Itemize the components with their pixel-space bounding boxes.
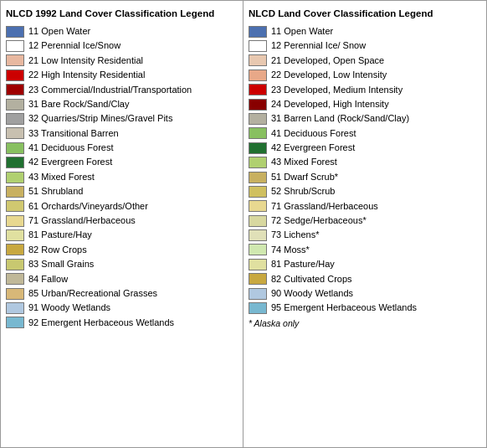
list-item: 12 Perennial Ice/ Snow — [249, 39, 481, 52]
list-item: 22 Developed, Low Intensity — [249, 69, 481, 81]
right-panel-title: NLCD Land Cover Classification Legend — [249, 8, 481, 20]
color-swatch — [249, 186, 267, 198]
color-swatch — [249, 127, 267, 139]
color-swatch — [6, 215, 24, 227]
color-swatch — [6, 186, 24, 198]
list-item: 82 Cultivated Crops — [249, 273, 481, 286]
color-swatch — [6, 157, 24, 168]
legend-item-label: 42 Evergreen Forest — [28, 156, 112, 168]
legend-item-label: 12 Perennial Ice/ Snow — [271, 39, 366, 52]
legend-item-label: 33 Transitional Barren — [28, 127, 119, 140]
list-item: 41 Deciduous Forest — [6, 142, 238, 154]
legend-item-label: 23 Developed, Medium Intensity — [271, 84, 402, 96]
left-legend-list: 11 Open Water12 Perennial Ice/Snow21 Low… — [6, 25, 238, 329]
legend-item-label: 73 Lichens* — [271, 229, 320, 241]
color-swatch — [6, 244, 24, 255]
color-swatch — [6, 259, 24, 270]
list-item: 71 Grassland/Herbaceous — [6, 214, 238, 227]
list-item: 21 Low Intensity Residential — [6, 54, 238, 67]
list-item: 74 Moss* — [249, 244, 481, 256]
legend-item-label: 22 Developed, Low Intensity — [271, 69, 387, 81]
list-item: 22 High Intensity Residential — [6, 69, 238, 81]
color-swatch — [6, 26, 24, 38]
legend-item-label: 11 Open Water — [271, 25, 333, 38]
legend-item-label: 92 Emergent Herbaceous Wetlands — [28, 317, 174, 329]
list-item: 82 Row Crops — [6, 244, 238, 256]
legend-item-label: 43 Mixed Forest — [271, 156, 337, 168]
color-swatch — [249, 215, 267, 227]
color-swatch — [249, 157, 267, 168]
legend-item-label: 23 Commercial/Industrial/Transportation — [28, 84, 192, 96]
legend-item-label: 82 Row Crops — [28, 244, 87, 256]
color-swatch — [249, 172, 267, 183]
legend-item-label: 91 Woody Wetlands — [28, 301, 110, 314]
legend-item-label: 11 Open Water — [28, 25, 90, 38]
color-swatch — [6, 229, 24, 241]
list-item: 81 Pasture/Hay — [6, 229, 238, 241]
legend-item-label: 95 Emergent Herbaceous Wetlands — [271, 301, 417, 314]
legend-item-label: 41 Deciduous Forest — [28, 142, 114, 154]
list-item: 23 Commercial/Industrial/Transportation — [6, 84, 238, 96]
list-item: 11 Open Water — [6, 25, 238, 38]
list-item: 73 Lichens* — [249, 229, 481, 241]
color-swatch — [6, 200, 24, 212]
list-item: 91 Woody Wetlands — [6, 301, 238, 314]
list-item: 32 Quarries/Strip Mines/Gravel Pits — [6, 112, 238, 125]
list-item: 72 Sedge/Herbaceous* — [249, 214, 481, 227]
color-swatch — [6, 273, 24, 285]
list-item: 71 Grassland/Herbaceous — [249, 200, 481, 213]
color-swatch — [249, 142, 267, 154]
color-swatch — [6, 127, 24, 139]
color-swatch — [249, 259, 267, 270]
legend-item-label: 31 Barren Land (Rock/Sand/Clay) — [271, 112, 409, 125]
legend-item-label: 21 Developed, Open Space — [271, 54, 384, 67]
list-item: 33 Transitional Barren — [6, 127, 238, 140]
legend-item-label: 82 Cultivated Crops — [271, 273, 352, 286]
list-item: 43 Mixed Forest — [249, 156, 481, 168]
color-swatch — [6, 54, 24, 66]
legend-item-label: 74 Moss* — [271, 244, 310, 256]
legend-item-label: 43 Mixed Forest — [28, 171, 95, 183]
color-swatch — [249, 70, 267, 81]
legend-item-label: 42 Evergreen Forest — [271, 142, 355, 154]
legend-item-label: 84 Fallow — [28, 273, 68, 286]
right-legend-list: 11 Open Water12 Perennial Ice/ Snow21 De… — [249, 25, 481, 315]
list-item: 51 Dwarf Scrub* — [249, 171, 481, 183]
color-swatch — [249, 200, 267, 212]
legend-item-label: 61 Orchards/Vineyards/Other — [28, 200, 148, 213]
list-item: 31 Bare Rock/Sand/Clay — [6, 98, 238, 111]
legend-item-label: 12 Perennial Ice/Snow — [28, 39, 120, 52]
legend-item-label: 22 High Intensity Residential — [28, 69, 145, 81]
list-item: 84 Fallow — [6, 273, 238, 286]
list-item: 42 Evergreen Forest — [249, 142, 481, 154]
color-swatch — [6, 172, 24, 183]
color-swatch — [249, 99, 267, 111]
color-swatch — [6, 99, 24, 111]
legend-item-label: 51 Dwarf Scrub* — [271, 171, 338, 183]
legend-item-label: 21 Low Intensity Residential — [28, 54, 143, 67]
legend-item-label: 51 Shrubland — [28, 185, 83, 198]
legend-item-label: 83 Small Grains — [28, 258, 94, 270]
color-swatch — [6, 317, 24, 328]
color-swatch — [249, 288, 267, 300]
list-item: 61 Orchards/Vineyards/Other — [6, 200, 238, 213]
list-item: 95 Emergent Herbaceous Wetlands — [249, 301, 481, 314]
list-item: 41 Deciduous Forest — [249, 127, 481, 140]
legend-item-label: 71 Grassland/Herbaceous — [28, 214, 136, 227]
legend-item-label: 71 Grassland/Herbaceous — [271, 200, 378, 213]
left-legend-panel: NLCD 1992 Land Cover Classification Lege… — [1, 1, 244, 447]
footnote: * Alaska only — [249, 318, 481, 328]
color-swatch — [249, 84, 267, 95]
color-swatch — [249, 273, 267, 285]
color-swatch — [6, 40, 24, 52]
list-item: 11 Open Water — [249, 25, 481, 38]
color-swatch — [249, 302, 267, 314]
color-swatch — [249, 40, 267, 52]
left-panel-title: NLCD 1992 Land Cover Classification Lege… — [6, 8, 238, 20]
color-swatch — [249, 26, 267, 38]
list-item: 83 Small Grains — [6, 258, 238, 270]
color-swatch — [249, 113, 267, 125]
legend-item-label: 81 Pasture/Hay — [28, 229, 92, 241]
color-swatch — [6, 113, 24, 125]
color-swatch — [6, 302, 24, 314]
